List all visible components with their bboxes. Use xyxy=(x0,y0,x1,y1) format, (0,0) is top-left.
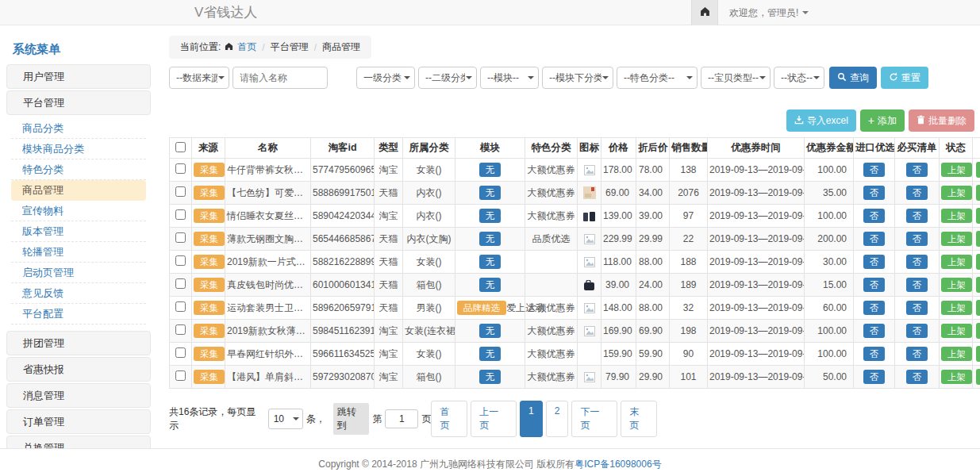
must-buy-toggle-button[interactable]: 否 xyxy=(906,347,928,361)
must-buy-toggle-button[interactable]: 否 xyxy=(906,278,928,292)
sidebar-item[interactable]: 启动页管理 xyxy=(11,263,146,283)
row-checkbox[interactable] xyxy=(175,278,186,289)
edit-button[interactable] xyxy=(976,208,980,224)
sidebar-item[interactable]: 特色分类 xyxy=(11,159,146,180)
must-buy-toggle-button[interactable]: 否 xyxy=(906,163,928,177)
import-toggle-button[interactable]: 否 xyxy=(863,209,886,223)
edit-button[interactable] xyxy=(976,162,980,178)
sidebar-item[interactable]: 商品分类 xyxy=(11,118,146,139)
edit-button[interactable] xyxy=(976,254,980,270)
page-button[interactable]: 2 xyxy=(546,401,569,437)
filter-select[interactable]: --宝贝类型-- xyxy=(701,67,771,89)
page-number-input[interactable] xyxy=(385,409,418,428)
filter-select[interactable]: --二级分类-- xyxy=(418,67,477,89)
filter-select[interactable]: --模块-- xyxy=(480,67,539,89)
page-button[interactable]: 1 xyxy=(520,401,543,437)
select-all-checkbox[interactable] xyxy=(175,142,186,152)
import-toggle-button[interactable]: 否 xyxy=(863,324,886,338)
sidebar-group[interactable]: 消息管理 xyxy=(6,383,151,408)
edit-button[interactable] xyxy=(976,231,980,247)
row-checkbox[interactable] xyxy=(175,186,186,197)
jump-button[interactable]: 跳转到 xyxy=(333,403,370,435)
sidebar-item[interactable]: 平台配置 xyxy=(11,304,146,324)
coupon-time-cell: 2019-09-13—2019-09-15 xyxy=(708,297,805,320)
user-menu[interactable]: 欢迎您，管理员! xyxy=(718,0,980,25)
import-toggle-button[interactable]: 否 xyxy=(863,301,886,315)
status-button[interactable]: 上架 xyxy=(941,347,972,361)
status-button[interactable]: 上架 xyxy=(941,370,972,384)
import-excel-button[interactable]: 导入excel xyxy=(786,109,856,132)
taoke-id: 589620659791 xyxy=(311,297,375,320)
must-buy-toggle-button[interactable]: 否 xyxy=(906,209,928,223)
page-button[interactable]: 首页 xyxy=(431,401,467,437)
status-button[interactable]: 上架 xyxy=(941,278,972,292)
sidebar-group[interactable]: 用户管理 xyxy=(6,64,151,89)
row-checkbox[interactable] xyxy=(175,163,186,174)
must-buy-toggle-button[interactable]: 否 xyxy=(906,186,928,200)
sidebar-group[interactable]: 兑换管理 xyxy=(6,436,151,448)
must-buy-toggle-button[interactable]: 否 xyxy=(906,232,928,246)
row-checkbox[interactable] xyxy=(175,301,186,312)
row-checkbox[interactable] xyxy=(175,347,186,358)
import-toggle-button[interactable]: 否 xyxy=(863,255,886,269)
import-toggle-button[interactable]: 否 xyxy=(863,370,886,384)
page-button[interactable]: 末页 xyxy=(621,401,657,437)
per-page-select[interactable]: 10 xyxy=(268,409,303,429)
sidebar-item[interactable]: 版本管理 xyxy=(11,221,146,242)
edit-button[interactable] xyxy=(976,300,980,316)
breadcrumb-home-link[interactable]: 首页 xyxy=(237,40,256,54)
status-button[interactable]: 上架 xyxy=(941,209,972,223)
filter-select[interactable]: --模块下分类-- xyxy=(542,67,613,89)
sidebar-group[interactable]: 拼团管理 xyxy=(6,331,151,355)
filter-select[interactable]: --特色分类-- xyxy=(617,67,698,89)
icp-link[interactable]: 粤ICP备16098006号 xyxy=(575,459,661,470)
edit-button[interactable] xyxy=(976,346,980,362)
sidebar-item[interactable]: 轮播管理 xyxy=(11,242,146,263)
must-buy-toggle-button[interactable]: 否 xyxy=(906,324,928,338)
row-checkbox[interactable] xyxy=(175,324,186,335)
edit-button[interactable] xyxy=(976,369,980,385)
import-toggle-button[interactable]: 否 xyxy=(863,347,886,361)
status-button[interactable]: 上架 xyxy=(941,324,972,338)
row-checkbox[interactable] xyxy=(175,255,186,266)
status-button[interactable]: 上架 xyxy=(941,186,972,200)
sidebar-item[interactable]: 意见反馈 xyxy=(11,283,146,304)
edit-button[interactable] xyxy=(976,323,980,339)
import-toggle-button[interactable]: 否 xyxy=(863,163,886,177)
batch-delete-button[interactable]: 批量删除 xyxy=(909,109,974,132)
must-buy-toggle-button[interactable]: 否 xyxy=(906,255,928,269)
reset-button[interactable]: 重置 xyxy=(881,67,928,89)
sidebar-item[interactable]: 商品管理 xyxy=(11,180,146,201)
module-badge: 无 xyxy=(479,209,502,223)
filter-select[interactable]: --状态-- xyxy=(774,67,824,89)
sidebar-item[interactable]: 宣传物料 xyxy=(11,201,146,221)
page-button[interactable]: 上一页 xyxy=(471,401,517,437)
status-button[interactable]: 上架 xyxy=(941,255,972,269)
column-header: 淘客id xyxy=(311,138,375,159)
row-checkbox[interactable] xyxy=(175,232,186,243)
filter-select[interactable]: 一级分类 xyxy=(356,67,415,89)
sidebar-item[interactable]: 模块商品分类 xyxy=(11,139,146,159)
search-button[interactable]: 查询 xyxy=(829,67,877,89)
name-search-input[interactable] xyxy=(233,67,328,89)
must-buy-toggle-button[interactable]: 否 xyxy=(906,370,928,384)
home-button[interactable] xyxy=(691,0,718,25)
status-button[interactable]: 上架 xyxy=(941,232,972,246)
sidebar-group[interactable]: 订单管理 xyxy=(6,409,151,434)
row-checkbox[interactable] xyxy=(175,209,186,220)
sidebar-group[interactable]: 省惠快报 xyxy=(6,357,151,382)
edit-button[interactable] xyxy=(976,277,980,293)
import-toggle-button[interactable]: 否 xyxy=(863,278,886,292)
status-button[interactable]: 上架 xyxy=(941,301,972,315)
page-button[interactable]: 下一页 xyxy=(571,401,617,437)
must-buy-toggle-button[interactable]: 否 xyxy=(906,301,928,315)
edit-button[interactable] xyxy=(976,185,980,201)
import-toggle-button[interactable]: 否 xyxy=(863,232,886,246)
copyright-text: Copyright © 2014-2018 广州九驰网络科技有限公司 版权所有 xyxy=(318,459,575,470)
import-toggle-button[interactable]: 否 xyxy=(863,186,886,200)
filter-select[interactable]: --数据来源-- xyxy=(169,67,229,89)
status-button[interactable]: 上架 xyxy=(941,163,972,177)
add-button[interactable]: + 添加 xyxy=(860,109,905,132)
row-checkbox[interactable] xyxy=(175,370,186,381)
sidebar-group[interactable]: 平台管理 xyxy=(6,90,151,115)
